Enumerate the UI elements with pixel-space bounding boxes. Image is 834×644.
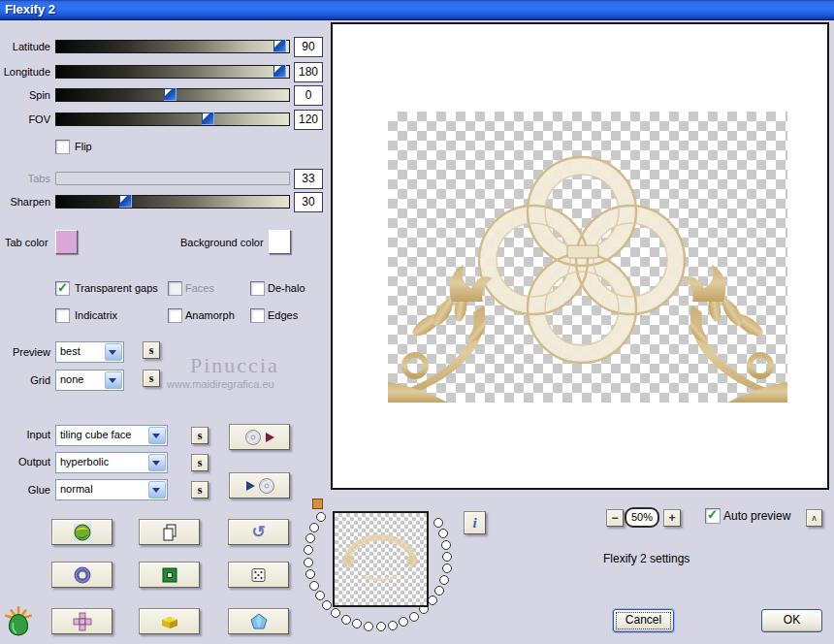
angle-dot[interactable] [304,558,313,567]
gem-icon [249,612,269,631]
spin-slider-thumb[interactable] [164,88,176,101]
background-color-swatch[interactable] [269,230,291,254]
angle-dot[interactable] [428,596,437,605]
info-icon: i [472,515,476,531]
tabs-value[interactable]: 33 [294,169,323,189]
plus-icon: + [668,511,675,525]
angle-dot[interactable] [442,552,452,562]
sharpen-value[interactable]: 30 [294,192,323,212]
thumbnail-ornament [335,513,427,605]
angle-dot[interactable] [309,581,319,591]
angle-dot[interactable] [433,518,443,528]
dehalo-label: De-halo [268,282,305,295]
undo-button[interactable]: ↺ [228,519,289,545]
preview-select-value: best [60,345,80,357]
fov-value[interactable]: 120 [294,110,323,130]
zoom-level[interactable]: 50% [625,507,659,528]
flexify2-dialog: Flexify 2 Latitude 90 Longitude 180 Spin… [0,0,834,644]
angle-dot[interactable] [439,575,449,585]
chevron-down-icon[interactable] [148,454,166,471]
indicatrix-checkbox[interactable] [55,308,70,323]
faces-checkbox [168,281,182,296]
orange-handle[interactable] [312,499,323,509]
randomize-button[interactable] [228,562,289,588]
load-settings-button[interactable] [229,472,290,499]
spin-slider[interactable] [55,88,290,102]
play-icon [244,480,256,492]
ornament-graphic [388,112,787,402]
angle-dot[interactable] [376,622,386,631]
angle-dot[interactable] [388,621,398,630]
globe-button[interactable] [51,519,112,545]
chevron-down-icon[interactable] [105,371,122,389]
glue-select[interactable]: normal [55,479,168,500]
longitude-slider-thumb[interactable] [273,65,286,78]
angle-dot[interactable] [315,591,325,600]
navigator-thumbnail[interactable] [333,511,429,607]
latitude-value[interactable]: 90 [294,37,323,57]
frame-button[interactable] [139,562,200,588]
fov-slider-thumb[interactable] [202,113,214,125]
auto-preview-checkbox[interactable] [705,508,721,524]
output-select[interactable]: hyperbolic [55,452,168,473]
input-s-button[interactable]: s [191,427,208,444]
background-color-label: Background color [180,237,264,249]
grid-select-value: none [60,373,83,385]
cube-net-button[interactable] [51,608,112,634]
collapse-button[interactable]: ʌ [806,509,822,527]
fov-label: FOV [0,113,50,126]
angle-dot[interactable] [309,523,319,532]
polyhedron-button[interactable] [228,608,289,634]
preview-select[interactable]: best [55,341,124,363]
grid-select[interactable]: none [55,370,124,391]
brick-button[interactable] [139,608,200,634]
sharpen-slider-thumb[interactable] [119,195,132,208]
flip-checkbox[interactable] [55,140,70,154]
glue-s-button[interactable]: s [191,481,208,499]
edges-checkbox[interactable] [250,308,265,323]
angle-dot[interactable] [364,622,373,631]
angle-dot[interactable] [322,600,332,610]
latitude-slider-thumb[interactable] [273,40,286,52]
angle-dot[interactable] [409,612,419,622]
latitude-slider[interactable] [55,40,290,53]
cancel-button[interactable]: Cancel [613,609,674,632]
save-settings-button[interactable] [229,424,290,450]
zoom-out-button[interactable]: − [606,509,624,527]
ok-button[interactable]: OK [761,609,822,632]
copy-button[interactable] [139,519,200,545]
angle-dot[interactable] [316,512,326,522]
angle-dot[interactable] [352,619,362,628]
angle-dot[interactable] [305,569,315,579]
dehalo-checkbox[interactable] [250,281,265,296]
glue-select-value: normal [60,483,93,495]
angle-dot[interactable] [442,564,452,573]
sharpen-slider[interactable] [55,195,290,209]
angle-dot[interactable] [305,533,315,543]
s-icon: s [198,456,203,470]
angle-dot[interactable] [441,540,451,550]
transparent-gaps-checkbox[interactable] [55,281,70,296]
info-button[interactable]: i [464,511,486,534]
zoom-in-button[interactable]: + [663,509,681,527]
angle-dot[interactable] [304,545,313,555]
fov-slider[interactable] [55,113,290,126]
torus-button[interactable] [51,562,112,588]
angle-dot[interactable] [331,608,340,618]
chevron-down-icon[interactable] [148,427,166,444]
longitude-slider[interactable] [55,65,290,79]
angle-dot[interactable] [438,529,448,538]
spin-value[interactable]: 0 [294,85,323,106]
anamorph-checkbox[interactable] [168,308,182,323]
grid-s-button[interactable]: s [143,370,160,387]
angle-dot[interactable] [341,615,351,625]
output-s-button[interactable]: s [191,454,208,471]
angle-dot[interactable] [399,617,408,627]
chevron-down-icon[interactable] [148,481,166,499]
preview-s-button[interactable]: s [143,341,160,359]
angle-dot[interactable] [434,586,444,596]
tab-color-swatch[interactable] [55,230,78,254]
chevron-down-icon[interactable] [105,343,122,361]
longitude-value[interactable]: 180 [294,62,323,82]
input-select[interactable]: tiling cube face [55,425,168,446]
